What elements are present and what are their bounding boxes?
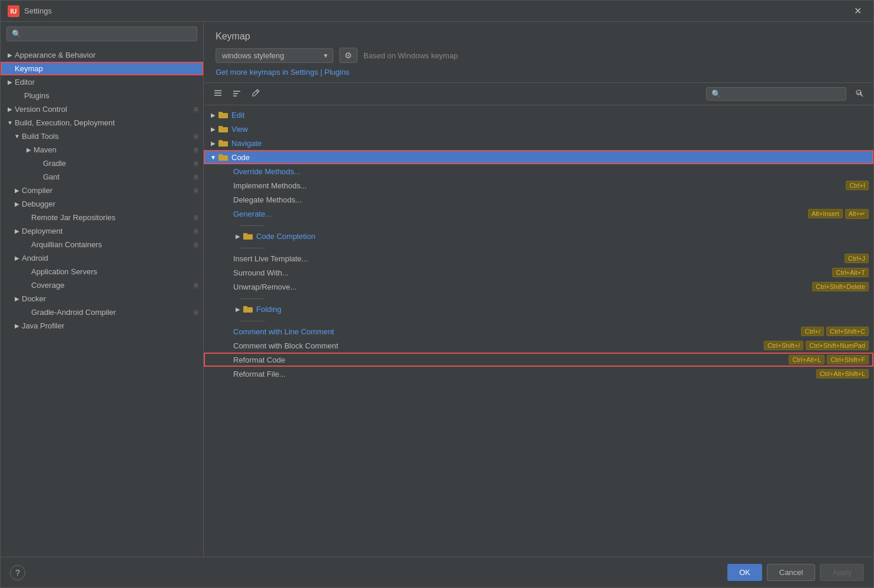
app-icon: IU bbox=[8, 5, 19, 17]
sidebar-item-app-servers[interactable]: Application Servers bbox=[1, 265, 203, 278]
edit-button[interactable] bbox=[247, 87, 264, 101]
tree-item-code[interactable]: ▼ Code bbox=[204, 150, 873, 164]
keymap-dropdown[interactable]: windows stylefeng bbox=[216, 48, 333, 63]
copy-icon: ⎘ bbox=[194, 133, 198, 140]
sidebar-item-remote-jar[interactable]: Remote Jar Repositories ⎘ bbox=[1, 211, 203, 224]
sidebar-item-editor[interactable]: ▶ Editor bbox=[1, 75, 203, 89]
cancel-button[interactable]: Cancel bbox=[767, 564, 815, 581]
keymap-search-input[interactable] bbox=[723, 89, 841, 98]
shortcut-group: Alt+Insert Alt+↵ bbox=[808, 209, 869, 219]
sidebar-item-java-profiler[interactable]: ▶ Java Profiler bbox=[1, 319, 203, 333]
copy-icon: ⎘ bbox=[194, 147, 198, 154]
keymap-selector-row: windows stylefeng ▼ ⚙ Based on Windows k… bbox=[216, 48, 862, 63]
sidebar-item-label: Build, Execution, Deployment bbox=[15, 118, 115, 127]
sidebar-item-label: Application Servers bbox=[22, 267, 97, 276]
collapse-all-button[interactable] bbox=[229, 87, 245, 101]
arrow-icon: ▶ bbox=[12, 201, 22, 207]
shortcut-badge: Ctrl+Shift+F bbox=[827, 355, 869, 364]
tree-item-label: View bbox=[231, 125, 869, 134]
shortcut-badge: Ctrl+Shift+C bbox=[826, 327, 869, 336]
based-on-text: Based on Windows keymap bbox=[363, 51, 458, 60]
copy-icon: ⎘ bbox=[194, 214, 198, 221]
get-more-link[interactable]: Get more keymaps in Settings | Plugins bbox=[216, 68, 349, 77]
sidebar-item-gradle[interactable]: Gradle ⎘ bbox=[1, 157, 203, 170]
keymap-search-box[interactable]: 🔍 bbox=[706, 87, 846, 101]
sidebar-item-build-execution[interactable]: ▼ Build, Execution, Deployment bbox=[1, 116, 203, 129]
tree-item-implement-methods[interactable]: Implement Methods... Ctrl+I bbox=[204, 178, 873, 192]
svg-rect-18 bbox=[243, 234, 253, 240]
gear-button[interactable]: ⚙ bbox=[339, 48, 357, 63]
sidebar-item-plugins[interactable]: Plugins bbox=[1, 89, 203, 102]
sidebar-item-gant[interactable]: Gant ⎘ bbox=[1, 170, 203, 184]
sidebar-item-label: Build Tools bbox=[22, 132, 59, 141]
sidebar-item-arquillian[interactable]: Arquillian Containers ⎘ bbox=[1, 238, 203, 251]
expand-all-button[interactable] bbox=[210, 87, 226, 101]
sidebar-item-coverage[interactable]: Coverage ⎘ bbox=[1, 278, 203, 292]
copy-icon: ⎘ bbox=[194, 106, 198, 113]
tree-item-comment-line[interactable]: Comment with Line Comment Ctrl+/ Ctrl+Sh… bbox=[204, 324, 873, 338]
sidebar-search-box[interactable]: 🔍 bbox=[6, 26, 197, 41]
keymap-header: Keymap windows stylefeng ▼ ⚙ Based on Wi… bbox=[204, 22, 873, 83]
settings-window: IU Settings ✕ 🔍 ▶ Appearance & Behavior … bbox=[0, 0, 874, 588]
sidebar-item-label: Arquillian Containers bbox=[22, 240, 102, 249]
tree-item-comment-block[interactable]: Comment with Block Comment Ctrl+Shift+/ … bbox=[204, 338, 873, 353]
close-button[interactable]: ✕ bbox=[849, 3, 866, 19]
sidebar-item-label: Gant bbox=[43, 172, 59, 181]
copy-icon: ⎘ bbox=[194, 282, 198, 289]
nav-tree: ▶ Appearance & Behavior Keymap ▶ Editor … bbox=[1, 46, 203, 557]
tree-item-generate[interactable]: Generate... Alt+Insert Alt+↵ bbox=[204, 207, 873, 221]
arrow-icon: ▶ bbox=[12, 255, 22, 261]
sidebar-item-android[interactable]: ▶ Android bbox=[1, 251, 203, 265]
sidebar-item-appearance-behavior[interactable]: ▶ Appearance & Behavior bbox=[1, 48, 203, 62]
sidebar-item-build-tools[interactable]: ▼ Build Tools ⎘ bbox=[1, 129, 203, 143]
tree-item-label: Generate... bbox=[233, 210, 808, 218]
sidebar-item-label: Version Control bbox=[15, 105, 67, 114]
tree-item-edit[interactable]: ▶ Edit bbox=[204, 108, 873, 122]
separator: ------------ bbox=[204, 221, 873, 229]
sidebar-item-deployment[interactable]: ▶ Deployment ⎘ bbox=[1, 224, 203, 238]
sidebar-item-label: Gradle-Android Compiler bbox=[22, 308, 116, 317]
sidebar-search-input[interactable] bbox=[25, 29, 192, 38]
help-button[interactable]: ? bbox=[10, 565, 25, 580]
shortcut-group: Ctrl+Shift+/ Ctrl+Shift+NumPad bbox=[764, 341, 869, 350]
tree-item-unwrap-remove[interactable]: Unwrap/Remove... Ctrl+Shift+Delete bbox=[204, 280, 873, 294]
tree-item-delegate-methods[interactable]: Delegate Methods... bbox=[204, 192, 873, 207]
arrow-icon: ▶ bbox=[12, 295, 22, 302]
tree-item-override-methods[interactable]: Override Methods... bbox=[204, 164, 873, 178]
sidebar-item-gradle-android[interactable]: Gradle-Android Compiler ⎘ bbox=[1, 305, 203, 319]
svg-rect-19 bbox=[243, 233, 247, 235]
ok-button[interactable]: OK bbox=[727, 564, 762, 581]
tree-item-reformat-file[interactable]: Reformat File... Ctrl+Alt+Shift+L bbox=[204, 367, 873, 381]
sidebar-item-maven[interactable]: ▶ Maven ⎘ bbox=[1, 143, 203, 157]
svg-rect-13 bbox=[218, 126, 223, 128]
search-icon: 🔍 bbox=[12, 29, 21, 38]
tree-item-view[interactable]: ▶ View bbox=[204, 122, 873, 136]
sidebar-item-label: Appearance & Behavior bbox=[15, 51, 95, 59]
tree-item-label: Implement Methods... bbox=[233, 181, 846, 190]
tree-item-folding[interactable]: ▶ Folding bbox=[204, 302, 873, 316]
svg-rect-14 bbox=[218, 141, 228, 147]
svg-text:kb: kb bbox=[858, 91, 862, 95]
apply-button[interactable]: Apply bbox=[820, 564, 864, 581]
keymap-dropdown-wrapper[interactable]: windows stylefeng ▼ bbox=[216, 48, 333, 63]
arrow-icon: ▼ bbox=[12, 133, 22, 139]
folder-icon bbox=[218, 111, 229, 119]
tree-item-code-completion[interactable]: ▶ Code Completion bbox=[204, 229, 873, 243]
shortcut-badge: Alt+↵ bbox=[845, 209, 869, 219]
sidebar-item-keymap[interactable]: Keymap bbox=[1, 62, 203, 75]
sidebar-item-docker[interactable]: ▶ Docker bbox=[1, 292, 203, 305]
tree-item-label: Comment with Block Comment bbox=[233, 341, 764, 350]
sidebar-item-compiler[interactable]: ▶ Compiler ⎘ bbox=[1, 184, 203, 197]
sidebar-item-version-control[interactable]: ▶ Version Control ⎘ bbox=[1, 102, 203, 116]
tree-item-label: Reformat Code bbox=[233, 356, 789, 364]
tree-item-navigate[interactable]: ▶ Navigate bbox=[204, 136, 873, 150]
sidebar-item-label: Compiler bbox=[22, 186, 52, 195]
search-user-button[interactable]: kb bbox=[851, 87, 868, 101]
shortcut-group: Ctrl+Alt+Shift+L bbox=[816, 369, 869, 378]
tree-item-reformat-code[interactable]: Reformat Code Ctrl+Alt+L Ctrl+Shift+F bbox=[204, 353, 873, 367]
tree-item-surround-with[interactable]: Surround With... Ctrl+Alt+T bbox=[204, 265, 873, 280]
shortcut-badge: Ctrl+Alt+Shift+L bbox=[816, 369, 869, 378]
sidebar-item-label: Java Profiler bbox=[22, 321, 64, 330]
tree-item-insert-live-template[interactable]: Insert Live Template... Ctrl+J bbox=[204, 251, 873, 265]
sidebar-item-debugger[interactable]: ▶ Debugger bbox=[1, 197, 203, 211]
